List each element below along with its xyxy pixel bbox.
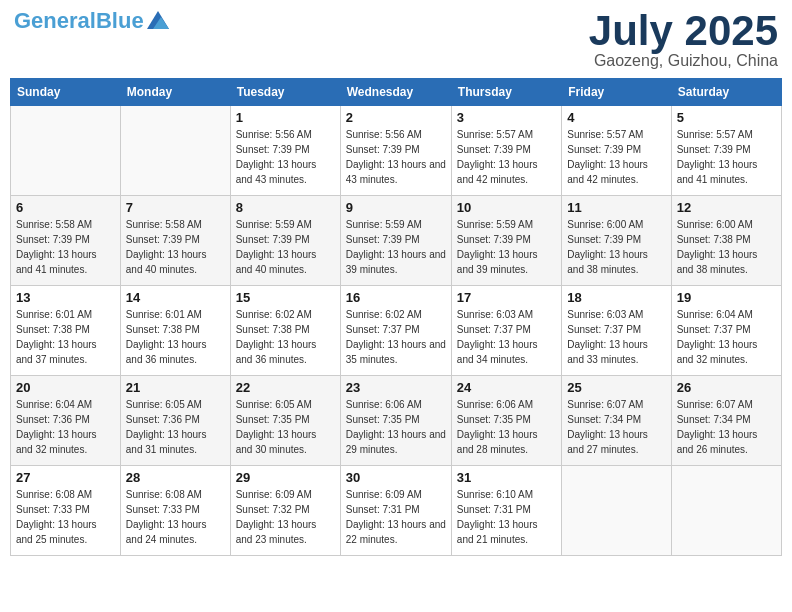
calendar-cell: 4Sunrise: 5:57 AMSunset: 7:39 PMDaylight… [562, 106, 671, 196]
day-number: 12 [677, 200, 776, 215]
day-info: Sunrise: 5:59 AMSunset: 7:39 PMDaylight:… [236, 217, 335, 277]
calendar-cell: 21Sunrise: 6:05 AMSunset: 7:36 PMDayligh… [120, 376, 230, 466]
day-number: 27 [16, 470, 115, 485]
calendar-cell: 19Sunrise: 6:04 AMSunset: 7:37 PMDayligh… [671, 286, 781, 376]
day-info: Sunrise: 6:08 AMSunset: 7:33 PMDaylight:… [126, 487, 225, 547]
day-number: 16 [346, 290, 446, 305]
day-number: 20 [16, 380, 115, 395]
day-number: 1 [236, 110, 335, 125]
calendar-cell: 13Sunrise: 6:01 AMSunset: 7:38 PMDayligh… [11, 286, 121, 376]
calendar-cell: 27Sunrise: 6:08 AMSunset: 7:33 PMDayligh… [11, 466, 121, 556]
calendar-cell: 31Sunrise: 6:10 AMSunset: 7:31 PMDayligh… [451, 466, 561, 556]
calendar-cell: 17Sunrise: 6:03 AMSunset: 7:37 PMDayligh… [451, 286, 561, 376]
calendar-cell: 3Sunrise: 5:57 AMSunset: 7:39 PMDaylight… [451, 106, 561, 196]
day-info: Sunrise: 6:00 AMSunset: 7:38 PMDaylight:… [677, 217, 776, 277]
weekday-header: Saturday [671, 79, 781, 106]
logo-text: GeneralBlue [14, 10, 144, 32]
calendar-cell [671, 466, 781, 556]
calendar-cell: 18Sunrise: 6:03 AMSunset: 7:37 PMDayligh… [562, 286, 671, 376]
day-info: Sunrise: 6:10 AMSunset: 7:31 PMDaylight:… [457, 487, 556, 547]
calendar-week-row: 27Sunrise: 6:08 AMSunset: 7:33 PMDayligh… [11, 466, 782, 556]
calendar-cell: 24Sunrise: 6:06 AMSunset: 7:35 PMDayligh… [451, 376, 561, 466]
calendar-cell [562, 466, 671, 556]
calendar-cell: 12Sunrise: 6:00 AMSunset: 7:38 PMDayligh… [671, 196, 781, 286]
day-number: 24 [457, 380, 556, 395]
day-number: 2 [346, 110, 446, 125]
day-info: Sunrise: 5:57 AMSunset: 7:39 PMDaylight:… [457, 127, 556, 187]
day-number: 25 [567, 380, 665, 395]
day-info: Sunrise: 6:06 AMSunset: 7:35 PMDaylight:… [457, 397, 556, 457]
page-header: GeneralBlue July 2025 Gaozeng, Guizhou, … [10, 10, 782, 70]
weekday-header: Friday [562, 79, 671, 106]
day-number: 28 [126, 470, 225, 485]
day-info: Sunrise: 6:09 AMSunset: 7:32 PMDaylight:… [236, 487, 335, 547]
day-info: Sunrise: 6:07 AMSunset: 7:34 PMDaylight:… [677, 397, 776, 457]
day-info: Sunrise: 6:04 AMSunset: 7:37 PMDaylight:… [677, 307, 776, 367]
calendar-cell: 7Sunrise: 5:58 AMSunset: 7:39 PMDaylight… [120, 196, 230, 286]
day-info: Sunrise: 5:59 AMSunset: 7:39 PMDaylight:… [346, 217, 446, 277]
day-number: 5 [677, 110, 776, 125]
day-number: 15 [236, 290, 335, 305]
calendar-cell: 22Sunrise: 6:05 AMSunset: 7:35 PMDayligh… [230, 376, 340, 466]
day-info: Sunrise: 6:09 AMSunset: 7:31 PMDaylight:… [346, 487, 446, 547]
calendar-week-row: 1Sunrise: 5:56 AMSunset: 7:39 PMDaylight… [11, 106, 782, 196]
calendar-cell: 20Sunrise: 6:04 AMSunset: 7:36 PMDayligh… [11, 376, 121, 466]
day-number: 7 [126, 200, 225, 215]
calendar-cell: 15Sunrise: 6:02 AMSunset: 7:38 PMDayligh… [230, 286, 340, 376]
day-number: 30 [346, 470, 446, 485]
calendar-cell: 23Sunrise: 6:06 AMSunset: 7:35 PMDayligh… [340, 376, 451, 466]
calendar-cell: 5Sunrise: 5:57 AMSunset: 7:39 PMDaylight… [671, 106, 781, 196]
day-number: 31 [457, 470, 556, 485]
calendar-cell: 11Sunrise: 6:00 AMSunset: 7:39 PMDayligh… [562, 196, 671, 286]
month-title: July 2025 [589, 10, 778, 52]
day-number: 17 [457, 290, 556, 305]
logo: GeneralBlue [14, 10, 169, 32]
calendar-cell: 28Sunrise: 6:08 AMSunset: 7:33 PMDayligh… [120, 466, 230, 556]
day-number: 6 [16, 200, 115, 215]
day-number: 19 [677, 290, 776, 305]
day-info: Sunrise: 6:07 AMSunset: 7:34 PMDaylight:… [567, 397, 665, 457]
location: Gaozeng, Guizhou, China [589, 52, 778, 70]
day-number: 21 [126, 380, 225, 395]
day-number: 4 [567, 110, 665, 125]
day-info: Sunrise: 6:03 AMSunset: 7:37 PMDaylight:… [567, 307, 665, 367]
day-info: Sunrise: 6:01 AMSunset: 7:38 PMDaylight:… [16, 307, 115, 367]
day-info: Sunrise: 5:57 AMSunset: 7:39 PMDaylight:… [677, 127, 776, 187]
day-number: 11 [567, 200, 665, 215]
day-info: Sunrise: 6:00 AMSunset: 7:39 PMDaylight:… [567, 217, 665, 277]
weekday-header: Thursday [451, 79, 561, 106]
calendar-week-row: 13Sunrise: 6:01 AMSunset: 7:38 PMDayligh… [11, 286, 782, 376]
day-info: Sunrise: 6:01 AMSunset: 7:38 PMDaylight:… [126, 307, 225, 367]
day-info: Sunrise: 6:05 AMSunset: 7:35 PMDaylight:… [236, 397, 335, 457]
day-info: Sunrise: 6:05 AMSunset: 7:36 PMDaylight:… [126, 397, 225, 457]
calendar-cell: 9Sunrise: 5:59 AMSunset: 7:39 PMDaylight… [340, 196, 451, 286]
logo-icon [147, 11, 169, 29]
day-number: 23 [346, 380, 446, 395]
weekday-header-row: SundayMondayTuesdayWednesdayThursdayFrid… [11, 79, 782, 106]
day-info: Sunrise: 5:58 AMSunset: 7:39 PMDaylight:… [126, 217, 225, 277]
calendar-cell: 6Sunrise: 5:58 AMSunset: 7:39 PMDaylight… [11, 196, 121, 286]
calendar-cell [11, 106, 121, 196]
calendar-cell: 30Sunrise: 6:09 AMSunset: 7:31 PMDayligh… [340, 466, 451, 556]
calendar-cell: 1Sunrise: 5:56 AMSunset: 7:39 PMDaylight… [230, 106, 340, 196]
day-info: Sunrise: 6:03 AMSunset: 7:37 PMDaylight:… [457, 307, 556, 367]
day-number: 29 [236, 470, 335, 485]
weekday-header: Tuesday [230, 79, 340, 106]
day-number: 3 [457, 110, 556, 125]
day-number: 10 [457, 200, 556, 215]
calendar-cell: 26Sunrise: 6:07 AMSunset: 7:34 PMDayligh… [671, 376, 781, 466]
weekday-header: Wednesday [340, 79, 451, 106]
day-info: Sunrise: 6:02 AMSunset: 7:37 PMDaylight:… [346, 307, 446, 367]
day-number: 9 [346, 200, 446, 215]
weekday-header: Sunday [11, 79, 121, 106]
day-info: Sunrise: 5:59 AMSunset: 7:39 PMDaylight:… [457, 217, 556, 277]
day-info: Sunrise: 5:58 AMSunset: 7:39 PMDaylight:… [16, 217, 115, 277]
day-number: 22 [236, 380, 335, 395]
calendar-cell [120, 106, 230, 196]
calendar-cell: 14Sunrise: 6:01 AMSunset: 7:38 PMDayligh… [120, 286, 230, 376]
day-info: Sunrise: 5:56 AMSunset: 7:39 PMDaylight:… [236, 127, 335, 187]
day-number: 14 [126, 290, 225, 305]
day-info: Sunrise: 6:04 AMSunset: 7:36 PMDaylight:… [16, 397, 115, 457]
day-number: 26 [677, 380, 776, 395]
weekday-header: Monday [120, 79, 230, 106]
